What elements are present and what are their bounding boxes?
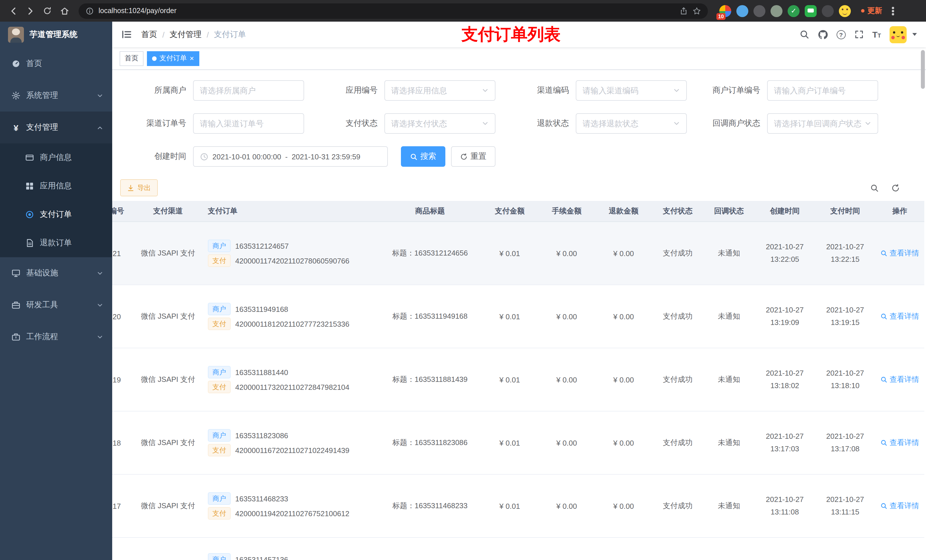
yen-icon: ¥ xyxy=(11,123,21,132)
cell-action: 查看详情 xyxy=(875,248,924,258)
merchant-order-no-input[interactable] xyxy=(767,80,878,101)
address-bar[interactable]: localhost:1024/pay/order xyxy=(79,3,708,18)
pay-status-select[interactable] xyxy=(384,113,495,134)
pay-tag: 支付 xyxy=(208,507,231,519)
breadcrumb-home[interactable]: 首页 xyxy=(141,29,157,39)
tab-pay-order[interactable]: 支付订单 × xyxy=(147,51,199,66)
site-info-icon[interactable] xyxy=(85,6,94,15)
share-icon[interactable] xyxy=(679,6,688,15)
extension-chat-icon[interactable] xyxy=(805,5,817,17)
extension-icon[interactable] xyxy=(822,5,834,17)
create-time-range-picker[interactable]: 2021-10-01 00:00:00 - 2021-10-31 23:59:5… xyxy=(193,146,388,167)
filter-label: 渠道订单号 xyxy=(118,118,193,128)
extension-icon[interactable] xyxy=(754,5,766,17)
bookmark-star-icon[interactable] xyxy=(693,6,701,15)
sidebar-item-merchant-info[interactable]: 商户信息 xyxy=(0,143,112,172)
refund-status-select[interactable] xyxy=(576,113,687,134)
search-button[interactable]: 搜索 xyxy=(401,146,445,167)
caret-down-icon[interactable] xyxy=(912,33,917,36)
cell-pay-order: 商户1635311881440 支付4200001173202110272847… xyxy=(202,364,379,395)
table-row: 18 微信 JSAPI 支付 商户1635311823086 支付4200001… xyxy=(112,412,924,475)
sidebar-item-home[interactable]: 首页 xyxy=(0,48,112,80)
browser-reload-button[interactable] xyxy=(39,2,56,20)
notify-status-select-field[interactable] xyxy=(774,119,861,128)
app-id-select-field[interactable] xyxy=(391,86,478,95)
view-detail-link[interactable]: 查看详情 xyxy=(881,438,919,448)
extension-icon[interactable] xyxy=(736,5,748,17)
view-detail-link[interactable]: 查看详情 xyxy=(881,374,919,385)
sidebar-item-devtools[interactable]: 研发工具 xyxy=(0,289,112,321)
channel-code-select-field[interactable] xyxy=(583,86,670,95)
gear-icon xyxy=(11,91,21,100)
url-text[interactable]: localhost:1024/pay/order xyxy=(98,7,675,15)
app-id-select[interactable] xyxy=(384,80,495,101)
merchant-input[interactable] xyxy=(193,80,304,101)
browser-back-button[interactable] xyxy=(5,2,22,20)
app-logo[interactable]: 芋道管理系统 xyxy=(0,22,112,48)
sidebar-item-payment[interactable]: ¥ 支付管理 xyxy=(0,112,112,143)
table-toolbar-actions xyxy=(870,184,900,192)
tags-view-bar: 首页 支付订单 × xyxy=(112,47,926,70)
merchant-input-field[interactable] xyxy=(200,86,297,95)
github-icon[interactable] xyxy=(817,29,828,39)
cell-pay-status: 支付成功 xyxy=(652,248,703,258)
export-button[interactable]: 导出 xyxy=(120,179,158,196)
col-channel: 支付渠道 xyxy=(134,206,202,216)
view-detail-link[interactable]: 查看详情 xyxy=(881,311,919,322)
scrollbar-thumb[interactable] xyxy=(921,50,925,89)
sidebar-item-pay-order[interactable]: 支付订单 xyxy=(0,200,112,229)
chevron-down-icon xyxy=(482,120,489,127)
channel-code-select[interactable] xyxy=(576,80,687,101)
extension-check-icon[interactable] xyxy=(788,5,800,17)
sidebar-item-app-info[interactable]: 应用信息 xyxy=(0,172,112,200)
channel-order-no-input[interactable] xyxy=(193,113,304,134)
sidebar-item-infra[interactable]: 基础设施 xyxy=(0,257,112,289)
notify-status-select[interactable] xyxy=(767,113,878,134)
channel-order-no-field[interactable] xyxy=(200,119,297,128)
extension-icon[interactable] xyxy=(770,5,782,17)
cell-create-time: 2021-10-2713:18:02 xyxy=(755,367,815,392)
browser-menu-icon[interactable] xyxy=(892,6,894,15)
font-size-icon[interactable]: TT xyxy=(872,30,881,39)
table-search-icon[interactable] xyxy=(870,184,879,192)
table-refresh-icon[interactable] xyxy=(891,184,900,192)
merchant-tag: 商户 xyxy=(208,366,231,379)
close-icon[interactable]: × xyxy=(190,54,194,62)
cell-id: 20 xyxy=(112,312,134,321)
sidebar-item-system[interactable]: 系统管理 xyxy=(0,80,112,112)
cell-create-time: 2021-10-2713:19:09 xyxy=(755,304,815,329)
payment-submenu: 商户信息 应用信息 支付订单 退款订单 xyxy=(0,143,112,257)
cell-title: 标题：1635312124656 xyxy=(379,248,481,258)
browser-update-button[interactable]: 更新 xyxy=(861,6,882,16)
sidebar-item-refund-order[interactable]: 退款订单 xyxy=(0,229,112,257)
update-label: 更新 xyxy=(867,6,882,16)
merchant-order-no-field[interactable] xyxy=(774,86,872,95)
breadcrumb-separator: / xyxy=(162,30,165,39)
browser-forward-button[interactable] xyxy=(22,2,39,20)
view-detail-link[interactable]: 查看详情 xyxy=(881,248,919,258)
date-range-end[interactable]: 2021-10-31 23:59:59 xyxy=(292,152,360,161)
browser-home-button[interactable] xyxy=(56,2,73,20)
cell-notify-status: 未通知 xyxy=(703,248,755,258)
cell-title: 标题：1635311949168 xyxy=(379,311,481,322)
fullscreen-icon[interactable] xyxy=(854,30,864,39)
avatar[interactable] xyxy=(890,26,906,43)
sidebar-item-workflow[interactable]: 工作流程 xyxy=(0,321,112,353)
extension-icon[interactable]: 10 xyxy=(719,5,731,17)
refund-status-select-field[interactable] xyxy=(583,119,670,128)
pay-status-select-field[interactable] xyxy=(391,119,478,128)
cell-pay-order: 商户1635311823086 支付4200001167202110271022… xyxy=(202,427,379,459)
hamburger-icon[interactable] xyxy=(121,29,132,40)
search-icon[interactable] xyxy=(799,30,809,39)
breadcrumb-payment[interactable]: 支付管理 xyxy=(170,29,201,39)
help-icon[interactable]: ? xyxy=(836,30,846,39)
browser-chrome: localhost:1024/pay/order 10 更新 xyxy=(0,0,926,22)
view-detail-link[interactable]: 查看详情 xyxy=(881,501,919,511)
tab-home[interactable]: 首页 xyxy=(120,51,144,66)
filter-label: 支付状态 xyxy=(309,118,384,128)
cell-fee-amount: ¥ 0.00 xyxy=(538,249,595,258)
date-range-start[interactable]: 2021-10-01 00:00:00 xyxy=(212,152,281,161)
reset-button[interactable]: 重置 xyxy=(451,146,495,167)
extension-emoji-icon[interactable] xyxy=(839,5,851,17)
clock-icon xyxy=(200,152,209,161)
